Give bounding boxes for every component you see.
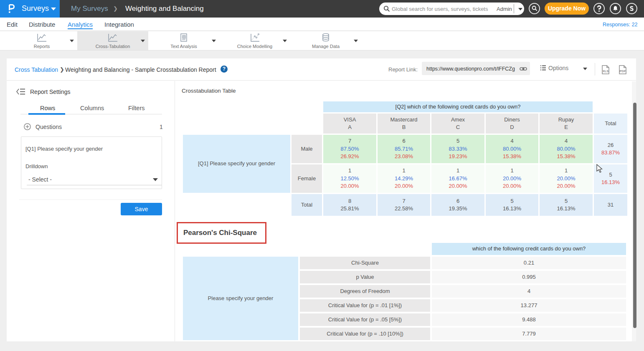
svg-text:XLS: XLS: [603, 69, 609, 73]
svg-text:PDF: PDF: [620, 69, 626, 73]
